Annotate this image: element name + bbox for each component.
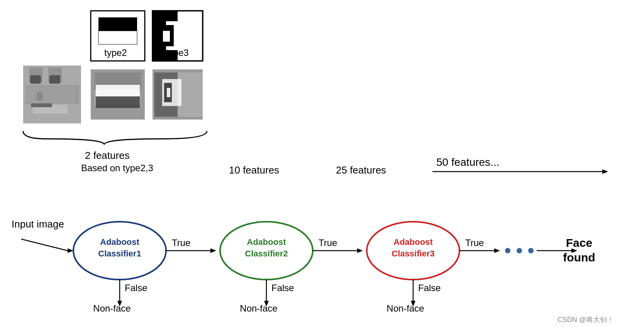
two-features-label: 2 features (85, 150, 130, 161)
true2-arrow-head (357, 248, 363, 253)
diagram-container: type2 type3 2 features Based on t (0, 0, 644, 327)
svg-rect-24 (96, 85, 140, 96)
true3-label: True (465, 238, 484, 248)
nonface1-label: Non-face (93, 303, 130, 314)
classifier1-line2: Classifier1 (98, 249, 141, 258)
classifier3-line1: Adaboost (393, 237, 433, 247)
svg-rect-8 (49, 75, 60, 84)
watermark: CSDN @将大钊！ (558, 316, 614, 324)
dot2 (517, 248, 522, 253)
fifty-features-label: 50 features... (436, 156, 499, 168)
type2-label: type2 (104, 47, 127, 58)
classifier1-line1: Adaboost (100, 237, 139, 247)
svg-rect-9 (37, 93, 42, 100)
svg-rect-10 (31, 103, 52, 107)
twenty-five-features-label: 25 features (336, 164, 386, 176)
based-on-label: Based on type2,3 (81, 163, 153, 173)
classifier2-line2: Classifier2 (245, 249, 288, 258)
face-found-line2: found (563, 251, 595, 264)
brace-path (23, 131, 207, 145)
dot1 (505, 248, 510, 253)
input-arrow-head (68, 248, 73, 253)
true3-arrow-head (494, 248, 500, 253)
ten-features-label: 10 features (229, 164, 279, 176)
svg-rect-12 (98, 17, 137, 31)
true1-arrow-head (210, 248, 216, 253)
svg-rect-31 (167, 88, 170, 97)
fifty-arrow-head (602, 169, 608, 174)
false1-label: False (125, 283, 147, 293)
svg-rect-7 (30, 75, 41, 84)
classifier2-line1: Adaboost (247, 237, 286, 247)
nonface3-label: Non-face (386, 303, 424, 314)
input-image-label: Input image (12, 218, 64, 230)
classifier3-line2: Classifier3 (391, 249, 434, 258)
false3-label: False (418, 283, 441, 293)
svg-rect-25 (96, 96, 140, 108)
face-found-line1: Face (566, 236, 592, 249)
svg-rect-13 (98, 31, 137, 44)
dot3 (528, 248, 534, 253)
true1-label: True (172, 238, 190, 248)
nonface2-label: Non-face (240, 303, 277, 314)
true2-label: True (319, 238, 337, 248)
main-svg: type2 type3 2 features Based on t (0, 0, 644, 327)
input-arrow-line (21, 239, 68, 251)
false2-label: False (271, 283, 294, 293)
type3-label: type3 (166, 47, 189, 58)
svg-rect-6 (25, 67, 75, 106)
svg-rect-19 (163, 31, 170, 42)
